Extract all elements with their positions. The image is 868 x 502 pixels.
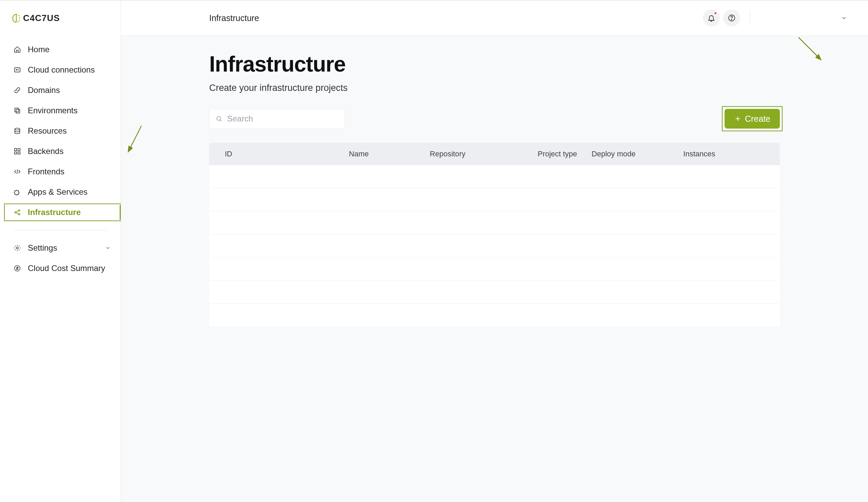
sidebar-item-infrastructure[interactable]: Infrastructure — [0, 202, 121, 223]
svg-point-16 — [16, 247, 18, 249]
sidebar-item-label: Infrastructure — [28, 207, 81, 217]
sidebar-item-environments[interactable]: Environments — [0, 100, 121, 121]
column-header-deploy-mode[interactable]: Deploy mode — [592, 150, 683, 158]
svg-rect-4 — [16, 109, 20, 113]
annotation-arrow — [795, 36, 826, 64]
plus-icon — [734, 115, 742, 122]
sidebar-item-frontends[interactable]: Frontends — [0, 162, 121, 182]
column-header-project-type[interactable]: Project type — [538, 150, 592, 158]
sidebar-item-apps-services[interactable]: Apps & Services — [0, 182, 121, 202]
sidebar: C4C7US Home Cloud connections Domain — [0, 0, 121, 502]
svg-rect-8 — [14, 152, 17, 154]
svg-line-21 — [220, 120, 221, 121]
create-button[interactable]: Create — [725, 109, 780, 129]
svg-line-15 — [16, 213, 18, 214]
sidebar-item-settings[interactable]: Settings — [0, 238, 121, 258]
search-input[interactable] — [227, 114, 338, 123]
sidebar-nav: Home Cloud connections Domains Environme… — [0, 36, 121, 278]
puzzle-icon — [13, 188, 21, 196]
annotation-arrow — [124, 124, 145, 155]
grid-icon — [13, 147, 21, 155]
table-body — [209, 165, 780, 327]
table-row — [209, 257, 780, 280]
sidebar-item-label: Backends — [28, 146, 63, 156]
table-row — [209, 280, 780, 304]
table-row — [209, 211, 780, 234]
app-root: C4C7US Home Cloud connections Domain — [0, 0, 868, 502]
svg-rect-6 — [14, 148, 17, 151]
sidebar-item-label: Resources — [28, 126, 67, 136]
active-indicator — [120, 205, 121, 220]
sidebar-item-home[interactable]: Home — [0, 39, 121, 60]
content-toolbar: Create — [209, 109, 780, 129]
bell-icon — [707, 14, 715, 22]
dollar-icon — [13, 265, 21, 272]
column-header-repository[interactable]: Repository — [430, 150, 538, 158]
cloud-link-icon — [13, 66, 21, 74]
create-button-label: Create — [745, 114, 770, 124]
svg-point-12 — [18, 209, 20, 211]
chevron-down-icon — [105, 245, 111, 251]
table-row — [209, 234, 780, 257]
page-subtitle: Create your infrastructure projects — [209, 83, 780, 93]
sidebar-item-label: Cloud connections — [28, 65, 95, 75]
share-icon — [13, 208, 21, 216]
table-row — [209, 188, 780, 211]
help-icon — [727, 14, 736, 22]
topbar-divider — [750, 10, 750, 26]
sidebar-item-label: Apps & Services — [28, 187, 87, 197]
svg-point-13 — [18, 213, 20, 215]
column-header-name[interactable]: Name — [349, 150, 430, 158]
sidebar-item-backends[interactable]: Backends — [0, 141, 121, 162]
sidebar-item-cloud-cost[interactable]: Cloud Cost Summary — [0, 258, 121, 278]
projects-table: ID Name Repository Project type Deploy m… — [209, 143, 780, 327]
svg-rect-3 — [15, 108, 19, 112]
svg-line-10 — [17, 170, 18, 174]
svg-point-20 — [217, 116, 221, 120]
home-icon — [13, 46, 21, 53]
sidebar-item-domains[interactable]: Domains — [0, 80, 121, 100]
svg-point-2 — [16, 70, 17, 70]
svg-line-25 — [798, 37, 820, 59]
table-row — [209, 304, 780, 327]
svg-rect-7 — [18, 148, 20, 151]
topbar-actions — [703, 10, 849, 27]
svg-point-19 — [731, 19, 732, 20]
sidebar-item-label: Environments — [28, 106, 78, 115]
table-header: ID Name Repository Project type Deploy m… — [209, 143, 780, 165]
link-icon — [13, 86, 21, 94]
topbar: Infrastructure — [121, 0, 868, 36]
table-row — [209, 165, 780, 188]
svg-line-14 — [16, 211, 18, 212]
search-icon — [216, 115, 223, 122]
brand-logo[interactable]: C4C7US — [0, 0, 121, 36]
nav-separator — [13, 230, 107, 230]
svg-rect-1 — [14, 68, 20, 72]
column-header-id[interactable]: ID — [225, 150, 349, 158]
sidebar-item-label: Cloud Cost Summary — [28, 264, 105, 273]
content-area: Infrastructure Create your infrastructur… — [121, 36, 868, 502]
notification-dot — [714, 11, 717, 15]
help-button[interactable] — [723, 10, 740, 27]
brand-mark-icon — [11, 13, 21, 23]
svg-point-11 — [14, 212, 16, 213]
sidebar-item-label: Home — [28, 45, 50, 54]
layers-icon — [13, 107, 21, 114]
column-header-instances[interactable]: Instances — [683, 150, 764, 158]
svg-line-24 — [128, 126, 141, 151]
svg-rect-9 — [18, 152, 20, 154]
page-title: Infrastructure — [209, 52, 780, 76]
main-column: Infrastructure — [121, 0, 868, 502]
database-icon — [13, 127, 21, 135]
breadcrumb: Infrastructure — [209, 13, 259, 23]
workspace-dropdown[interactable] — [760, 15, 849, 21]
sidebar-item-cloud-connections[interactable]: Cloud connections — [0, 60, 121, 80]
search-box[interactable] — [209, 109, 345, 129]
notifications-button[interactable] — [703, 10, 720, 27]
sidebar-item-resources[interactable]: Resources — [0, 121, 121, 141]
sidebar-item-label: Domains — [28, 85, 60, 95]
code-icon — [13, 168, 21, 175]
gear-icon — [13, 244, 21, 252]
brand-name: C4C7US — [23, 13, 60, 23]
sidebar-item-label: Settings — [28, 243, 57, 253]
